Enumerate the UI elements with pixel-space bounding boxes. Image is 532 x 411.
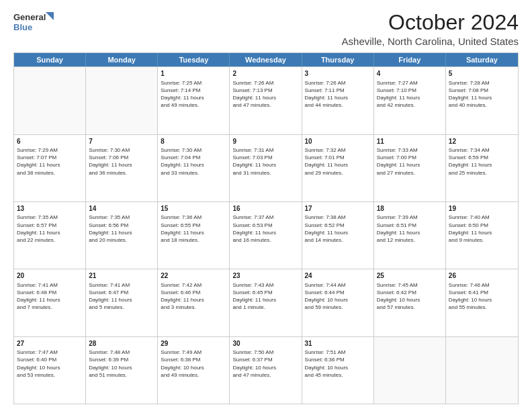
calendar-cell: 4Sunrise: 7:27 AM Sunset: 7:10 PM Daylig…: [374, 67, 446, 134]
calendar-cell: 28Sunrise: 7:48 AM Sunset: 6:39 PM Dayli…: [86, 337, 158, 404]
calendar-cell: 20Sunrise: 7:41 AM Sunset: 6:48 PM Dayli…: [14, 269, 86, 336]
day-number: 19: [449, 204, 515, 214]
calendar-cell: 8Sunrise: 7:30 AM Sunset: 7:04 PM Daylig…: [158, 135, 230, 201]
calendar-cell: 15Sunrise: 7:36 AM Sunset: 6:55 PM Dayli…: [158, 202, 230, 269]
day-number: 15: [161, 204, 226, 214]
day-number: 30: [232, 339, 298, 349]
cell-text: Sunrise: 7:50 AM Sunset: 6:37 PM Dayligh…: [232, 349, 298, 379]
day-number: 27: [17, 339, 83, 349]
calendar-cell: [374, 337, 446, 404]
day-number: 11: [377, 137, 443, 146]
cell-text: Sunrise: 7:25 AM Sunset: 7:14 PM Dayligh…: [161, 79, 226, 109]
calendar-cell: 9Sunrise: 7:31 AM Sunset: 7:03 PM Daylig…: [230, 135, 302, 201]
cell-text: Sunrise: 7:28 AM Sunset: 7:08 PM Dayligh…: [449, 79, 515, 109]
day-number: 23: [232, 271, 298, 281]
calendar-day-header: Monday: [86, 53, 158, 66]
cell-text: Sunrise: 7:47 AM Sunset: 6:40 PM Dayligh…: [17, 349, 83, 379]
calendar-cell: 2Sunrise: 7:26 AM Sunset: 7:13 PM Daylig…: [230, 67, 302, 134]
svg-marker-2: [46, 12, 54, 20]
cell-text: Sunrise: 7:31 AM Sunset: 7:03 PM Dayligh…: [232, 146, 298, 177]
day-number: 14: [89, 204, 154, 214]
day-number: 1: [161, 69, 226, 79]
calendar-cell: 26Sunrise: 7:46 AM Sunset: 6:41 PM Dayli…: [446, 269, 518, 336]
cell-text: Sunrise: 7:42 AM Sunset: 6:46 PM Dayligh…: [161, 281, 226, 312]
calendar-cell: 3Sunrise: 7:26 AM Sunset: 7:11 PM Daylig…: [302, 67, 374, 134]
day-number: 17: [305, 204, 371, 214]
calendar-cell: 5Sunrise: 7:28 AM Sunset: 7:08 PM Daylig…: [446, 67, 518, 134]
calendar-cell: 27Sunrise: 7:47 AM Sunset: 6:40 PM Dayli…: [14, 337, 86, 404]
calendar-cell: 29Sunrise: 7:49 AM Sunset: 6:38 PM Dayli…: [158, 337, 230, 404]
day-number: 31: [305, 339, 371, 349]
header: General Blue October 2024 Asheville, Nor…: [13, 11, 519, 47]
calendar-cell: 18Sunrise: 7:39 AM Sunset: 6:51 PM Dayli…: [374, 202, 446, 269]
calendar-cell: 11Sunrise: 7:33 AM Sunset: 7:00 PM Dayli…: [374, 135, 446, 201]
calendar-day-header: Sunday: [14, 53, 86, 66]
cell-text: Sunrise: 7:35 AM Sunset: 6:57 PM Dayligh…: [17, 214, 83, 244]
calendar-cell: 7Sunrise: 7:30 AM Sunset: 7:06 PM Daylig…: [86, 135, 158, 201]
day-number: 26: [449, 271, 515, 281]
calendar-cell: 17Sunrise: 7:38 AM Sunset: 6:52 PM Dayli…: [302, 202, 374, 269]
cell-text: Sunrise: 7:37 AM Sunset: 6:53 PM Dayligh…: [232, 214, 298, 244]
day-number: 25: [377, 271, 443, 281]
cell-text: Sunrise: 7:41 AM Sunset: 6:48 PM Dayligh…: [17, 281, 83, 312]
calendar-cell: 30Sunrise: 7:50 AM Sunset: 6:37 PM Dayli…: [230, 337, 302, 404]
day-number: 6: [17, 137, 83, 146]
title-block: October 2024 Asheville, North Carolina, …: [342, 11, 519, 47]
day-number: 4: [377, 69, 443, 79]
cell-text: Sunrise: 7:39 AM Sunset: 6:51 PM Dayligh…: [377, 214, 443, 244]
calendar-day-header: Saturday: [446, 53, 518, 66]
calendar-cell: 16Sunrise: 7:37 AM Sunset: 6:53 PM Dayli…: [230, 202, 302, 269]
calendar-cell: 14Sunrise: 7:35 AM Sunset: 6:56 PM Dayli…: [86, 202, 158, 269]
cell-text: Sunrise: 7:32 AM Sunset: 7:01 PM Dayligh…: [305, 146, 371, 177]
calendar-cell: [446, 337, 518, 404]
day-number: 7: [89, 137, 154, 146]
cell-text: Sunrise: 7:33 AM Sunset: 7:00 PM Dayligh…: [377, 146, 443, 177]
calendar-day-header: Friday: [374, 53, 446, 66]
calendar-cell: 12Sunrise: 7:34 AM Sunset: 6:59 PM Dayli…: [446, 135, 518, 201]
day-number: 21: [89, 271, 154, 281]
subtitle: Asheville, North Carolina, United States: [342, 36, 519, 47]
calendar-header-row: SundayMondayTuesdayWednesdayThursdayFrid…: [14, 53, 518, 66]
calendar: SundayMondayTuesdayWednesdayThursdayFrid…: [13, 52, 519, 404]
calendar-cell: [14, 67, 86, 134]
main-title: October 2024: [342, 11, 519, 34]
day-number: 22: [161, 271, 226, 281]
day-number: 28: [89, 339, 154, 349]
logo: General Blue: [13, 11, 54, 35]
calendar-cell: 24Sunrise: 7:44 AM Sunset: 6:44 PM Dayli…: [302, 269, 374, 336]
day-number: 5: [449, 69, 515, 79]
cell-text: Sunrise: 7:51 AM Sunset: 6:36 PM Dayligh…: [305, 349, 371, 379]
day-number: 2: [232, 69, 298, 79]
cell-text: Sunrise: 7:26 AM Sunset: 7:13 PM Dayligh…: [232, 79, 298, 109]
day-number: 18: [377, 204, 443, 214]
cell-text: Sunrise: 7:35 AM Sunset: 6:56 PM Dayligh…: [89, 214, 154, 244]
day-number: 10: [305, 137, 371, 146]
day-number: 24: [305, 271, 371, 281]
calendar-cell: 21Sunrise: 7:41 AM Sunset: 6:47 PM Dayli…: [86, 269, 158, 336]
day-number: 12: [449, 137, 515, 146]
calendar-cell: 1Sunrise: 7:25 AM Sunset: 7:14 PM Daylig…: [158, 67, 230, 134]
calendar-cell: 23Sunrise: 7:43 AM Sunset: 6:45 PM Dayli…: [230, 269, 302, 336]
cell-text: Sunrise: 7:36 AM Sunset: 6:55 PM Dayligh…: [161, 214, 226, 244]
cell-text: Sunrise: 7:49 AM Sunset: 6:38 PM Dayligh…: [161, 349, 226, 379]
day-number: 16: [232, 204, 298, 214]
calendar-cell: 6Sunrise: 7:29 AM Sunset: 7:07 PM Daylig…: [14, 135, 86, 201]
calendar-week-row: 1Sunrise: 7:25 AM Sunset: 7:14 PM Daylig…: [14, 66, 518, 134]
day-number: 13: [17, 204, 83, 214]
page: General Blue October 2024 Asheville, Nor…: [0, 0, 532, 411]
cell-text: Sunrise: 7:40 AM Sunset: 6:50 PM Dayligh…: [449, 214, 515, 244]
calendar-week-row: 6Sunrise: 7:29 AM Sunset: 7:07 PM Daylig…: [14, 134, 518, 201]
calendar-day-header: Tuesday: [158, 53, 230, 66]
day-number: 3: [305, 69, 371, 79]
calendar-day-header: Wednesday: [230, 53, 302, 66]
calendar-cell: 31Sunrise: 7:51 AM Sunset: 6:36 PM Dayli…: [302, 337, 374, 404]
svg-text:Blue: Blue: [13, 22, 32, 32]
calendar-cell: 13Sunrise: 7:35 AM Sunset: 6:57 PM Dayli…: [14, 202, 86, 269]
cell-text: Sunrise: 7:38 AM Sunset: 6:52 PM Dayligh…: [305, 214, 371, 244]
calendar-day-header: Thursday: [302, 53, 374, 66]
calendar-week-row: 27Sunrise: 7:47 AM Sunset: 6:40 PM Dayli…: [14, 336, 518, 404]
cell-text: Sunrise: 7:30 AM Sunset: 7:04 PM Dayligh…: [161, 146, 226, 177]
day-number: 20: [17, 271, 83, 281]
calendar-cell: 22Sunrise: 7:42 AM Sunset: 6:46 PM Dayli…: [158, 269, 230, 336]
cell-text: Sunrise: 7:48 AM Sunset: 6:39 PM Dayligh…: [89, 349, 154, 379]
